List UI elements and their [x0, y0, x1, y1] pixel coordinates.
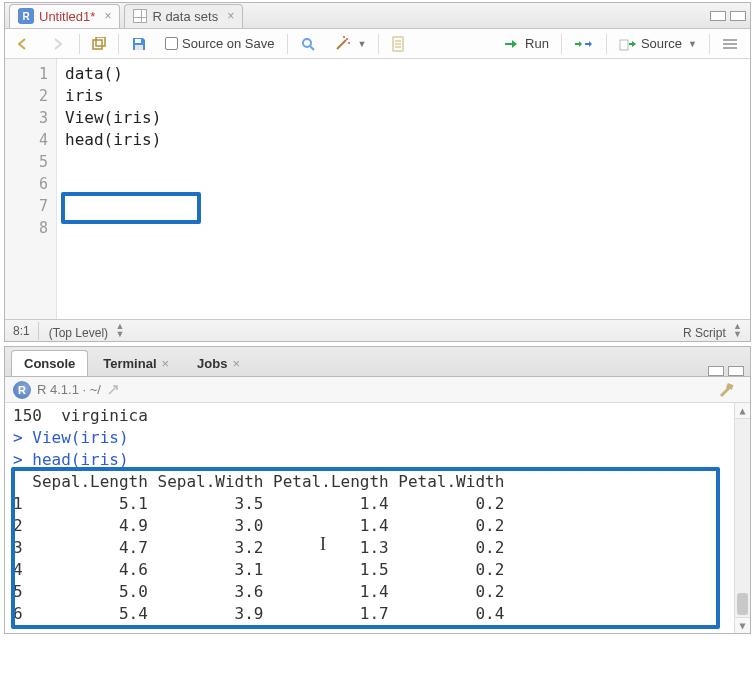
console-info-bar: R R 4.1.1 · ~/	[5, 377, 750, 403]
close-icon[interactable]: ×	[232, 356, 240, 371]
source-button[interactable]: Source ▼	[613, 33, 703, 55]
code-area[interactable]: data() iris View(iris) head(iris)	[57, 59, 750, 319]
svg-rect-2	[135, 39, 141, 43]
scroll-down-icon[interactable]: ▼	[735, 617, 750, 633]
save-button[interactable]	[125, 33, 153, 55]
console-pane: Console Terminal × Jobs × R R 4.1.1 · ~/…	[4, 346, 751, 634]
show-in-new-button[interactable]	[86, 33, 112, 55]
console-line: > View(iris)	[13, 427, 744, 449]
maximize-icon[interactable]	[728, 366, 744, 376]
back-button[interactable]	[11, 33, 39, 55]
save-icon	[131, 36, 147, 52]
tab-jobs[interactable]: Jobs ×	[184, 350, 253, 376]
gutter: 1 2 3 4 5 6 7 8	[5, 59, 57, 319]
maximize-icon[interactable]	[730, 11, 746, 21]
outline-icon	[722, 37, 738, 51]
close-icon[interactable]: ×	[104, 9, 111, 23]
run-label: Run	[525, 36, 549, 51]
outline-button[interactable]	[716, 33, 744, 55]
console-output[interactable]: 150 virginica > View(iris) > head(iris) …	[5, 403, 750, 633]
tab-r-data-sets[interactable]: R data sets ×	[124, 4, 243, 28]
svg-rect-1	[96, 37, 105, 46]
source-on-save-label: Source on Save	[182, 36, 275, 51]
rerun-button[interactable]	[568, 33, 600, 55]
scope-selector[interactable]: (Top Level) ▲▼	[38, 322, 125, 340]
code-line: View(iris)	[65, 107, 742, 129]
editor-tab-bar: R Untitled1* × R data sets ×	[5, 3, 750, 29]
code-editor[interactable]: 1 2 3 4 5 6 7 8 data() iris View(iris) h…	[5, 59, 750, 319]
chevron-down-icon: ▼	[688, 39, 697, 49]
console-row: 4 4.6 3.1 1.5 0.2	[13, 559, 744, 581]
notebook-icon	[391, 36, 405, 52]
svg-rect-0	[93, 40, 102, 49]
source-on-save-toggle[interactable]: Source on Save	[159, 33, 281, 55]
popout-icon[interactable]	[107, 384, 119, 396]
editor-pane: R Untitled1* × R data sets ×	[4, 2, 751, 342]
console-command: > head(iris)	[13, 449, 744, 471]
pane-window-controls	[710, 11, 746, 21]
code-line: iris	[65, 85, 742, 107]
session-label: R 4.1.1 · ~/	[37, 382, 101, 397]
tab-terminal[interactable]: Terminal ×	[90, 350, 182, 376]
console-tab-bar: Console Terminal × Jobs ×	[5, 347, 750, 377]
report-button[interactable]	[385, 33, 411, 55]
scope-label: (Top Level)	[49, 326, 108, 340]
close-icon[interactable]: ×	[227, 9, 234, 23]
r-file-icon: R	[18, 8, 34, 24]
svg-line-5	[310, 46, 314, 50]
scroll-up-icon[interactable]: ▲	[735, 403, 750, 419]
language-selector[interactable]: R Script ▲▼	[683, 322, 742, 340]
arrow-left-icon	[17, 37, 33, 51]
line-number: 4	[5, 129, 48, 151]
line-number: 5	[5, 151, 48, 173]
wand-button[interactable]: ▼	[328, 33, 373, 55]
table-icon	[133, 9, 147, 23]
editor-status-bar: 8:1 (Top Level) ▲▼ R Script ▲▼	[5, 319, 750, 341]
code-line: head(iris)	[65, 129, 742, 151]
brush-icon	[718, 382, 736, 398]
rerun-icon	[574, 37, 594, 51]
svg-line-6	[337, 40, 346, 49]
svg-point-4	[303, 39, 311, 47]
close-icon[interactable]: ×	[162, 356, 170, 371]
scroll-thumb[interactable]	[737, 593, 748, 615]
minimize-icon[interactable]	[710, 11, 726, 21]
code-line: data()	[65, 63, 742, 85]
tab-label: R data sets	[152, 9, 218, 24]
source-icon	[619, 37, 637, 51]
svg-point-9	[343, 36, 345, 38]
source-label: Source	[641, 36, 682, 51]
minimize-icon[interactable]	[708, 366, 724, 376]
scrollbar[interactable]: ▲ ▼	[734, 403, 750, 633]
clear-console-button[interactable]	[712, 379, 742, 401]
chevron-down-icon: ▼	[358, 39, 367, 49]
search-icon	[300, 36, 316, 52]
pane-window-controls	[708, 366, 744, 376]
svg-point-8	[348, 42, 350, 44]
line-number: 3	[5, 107, 48, 129]
tab-untitled1[interactable]: R Untitled1* ×	[9, 4, 120, 28]
console-row: 6 5.4 3.9 1.7 0.4	[13, 603, 744, 625]
line-number: 7	[5, 195, 48, 217]
console-header: Sepal.Length Sepal.Width Petal.Length Pe…	[13, 471, 744, 493]
console-row: 1 5.1 3.5 1.4 0.2	[13, 493, 744, 515]
console-line: 150 virginica	[13, 405, 744, 427]
line-number: 1	[5, 63, 48, 85]
svg-rect-14	[620, 40, 628, 50]
arrow-right-icon	[51, 37, 67, 51]
svg-rect-3	[135, 45, 143, 50]
find-button[interactable]	[294, 33, 322, 55]
console-row: 2 4.9 3.0 1.4 0.2	[13, 515, 744, 537]
tab-label: Console	[24, 356, 75, 371]
svg-point-7	[346, 38, 348, 40]
forward-button[interactable]	[45, 33, 73, 55]
r-logo-icon: R	[13, 381, 31, 399]
tab-console[interactable]: Console	[11, 350, 88, 376]
language-label: R Script	[683, 326, 726, 340]
console-row: 5 5.0 3.6 1.4 0.2	[13, 581, 744, 603]
editor-toolbar: Source on Save ▼ Run	[5, 29, 750, 59]
run-button[interactable]: Run	[497, 33, 555, 55]
line-number: 6	[5, 173, 48, 195]
console-row: 3 4.7 3.2 1.3 0.2	[13, 537, 744, 559]
sort-icon: ▲▼	[115, 322, 124, 338]
